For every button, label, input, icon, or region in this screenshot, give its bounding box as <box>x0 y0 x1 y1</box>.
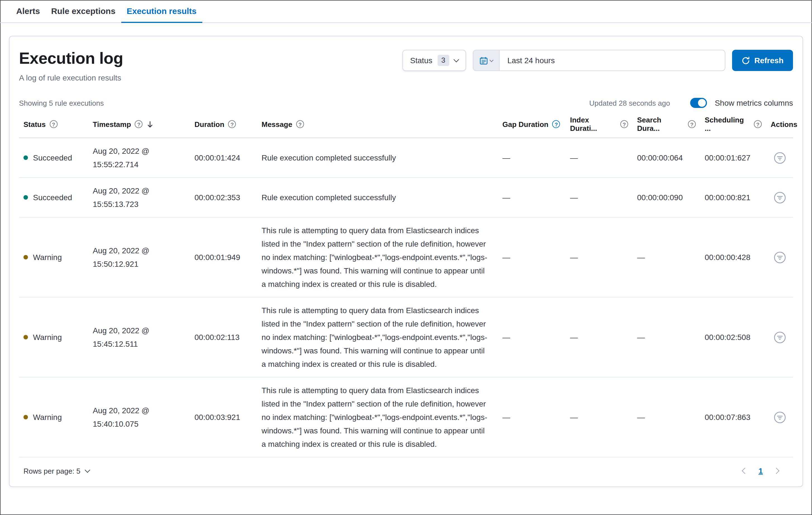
filter-circle-icon <box>774 411 785 423</box>
help-icon[interactable]: ? <box>620 120 628 128</box>
page-subtitle: A log of rule execution results <box>19 73 123 82</box>
table-row: Succeeded Aug 20, 2022 @ 15:55:13.723 00… <box>19 178 793 218</box>
column-header-label: Scheduling ... <box>705 116 750 133</box>
help-icon[interactable]: ? <box>135 120 143 128</box>
status-label: Succeeded <box>33 151 72 164</box>
table-row: Warning Aug 20, 2022 @ 15:40:10.075 00:0… <box>19 377 793 457</box>
table-row: Succeeded Aug 20, 2022 @ 15:55:22.714 00… <box>19 138 793 178</box>
date-picker: Last 24 hours <box>473 50 725 71</box>
help-icon[interactable]: ? <box>688 120 696 128</box>
app-window: Alerts Rule exceptions Execution results… <box>0 0 812 515</box>
date-range-value[interactable]: Last 24 hours <box>500 50 725 71</box>
column-header-message: Message ? <box>257 116 498 133</box>
status-dot-icon <box>24 156 28 160</box>
index-duration-cell: — <box>566 250 633 264</box>
filter-controls: Status 3 Last 24 hours <box>402 50 793 71</box>
scheduling-delay-cell: 00:00:07:863 <box>700 410 766 424</box>
timestamp-cell: Aug 20, 2022 @ 15:45:12.511 <box>88 324 190 351</box>
message-cell: This rule is attempting to query data fr… <box>257 304 498 371</box>
tab-label: Alerts <box>16 6 40 16</box>
column-header-gap-duration: Gap Duration ? <box>498 116 566 133</box>
filter-circle-icon <box>774 152 785 164</box>
actions-cell <box>766 151 793 165</box>
duration-cell: 00:00:01:424 <box>190 151 257 164</box>
row-actions-button[interactable] <box>773 250 787 264</box>
execution-log-panel: Execution log A log of rule execution re… <box>9 36 803 487</box>
help-icon[interactable]: ? <box>50 120 57 128</box>
gap-duration-cell: — <box>498 410 566 424</box>
tab-rule-exceptions[interactable]: Rule exceptions <box>46 0 121 23</box>
rows-per-page-label: Rows per page: 5 <box>24 467 81 475</box>
column-header-status: Status ? <box>19 116 88 133</box>
message-cell: Rule execution completed successfully <box>257 191 498 204</box>
search-duration-cell: 00:00:00:064 <box>633 151 700 164</box>
show-metrics-toggle-label[interactable]: Show metrics columns <box>715 99 793 107</box>
status-filter-label: Status <box>410 56 432 65</box>
status-cell: Warning <box>19 410 88 424</box>
gap-duration-cell: — <box>498 151 566 164</box>
timestamp-time: 15:50:12.921 <box>93 257 185 271</box>
chevron-down-icon <box>85 467 90 472</box>
status-filter-count-badge: 3 <box>437 55 449 66</box>
status-cell: Warning <box>19 330 88 344</box>
toggle-knob <box>698 99 706 107</box>
search-duration-cell: — <box>633 410 700 424</box>
column-header-label: Status <box>24 120 46 128</box>
tab-label: Rule exceptions <box>51 6 115 16</box>
scheduling-delay-cell: 00:00:01:627 <box>700 151 766 164</box>
actions-cell <box>766 250 793 264</box>
row-actions-button[interactable] <box>773 190 787 205</box>
status-cell: Warning <box>19 250 88 264</box>
table-meta-right: Updated 28 seconds ago Show metrics colu… <box>589 98 793 108</box>
column-header-label: Message <box>262 120 292 128</box>
timestamp-date: Aug 20, 2022 @ <box>93 144 185 158</box>
page-1-link[interactable]: 1 <box>758 466 763 475</box>
duration-cell: 00:00:02:353 <box>190 191 257 204</box>
help-icon[interactable]: ? <box>754 120 762 128</box>
column-header-timestamp[interactable]: Timestamp ? <box>88 116 190 133</box>
calendar-icon <box>480 56 488 64</box>
status-filter-button[interactable]: Status 3 <box>402 50 466 71</box>
row-actions-button[interactable] <box>773 151 787 165</box>
actions-cell <box>766 190 793 205</box>
timestamp-cell: Aug 20, 2022 @ 15:55:22.714 <box>88 144 190 171</box>
index-duration-cell: — <box>566 151 633 164</box>
column-header-actions: Actions <box>766 116 793 133</box>
execution-log-table: Status ? Timestamp ? Duration ? Message … <box>19 113 793 457</box>
row-actions-button[interactable] <box>773 330 787 344</box>
timestamp-time: 15:40:10.075 <box>93 417 185 431</box>
status-cell: Succeeded <box>19 151 88 164</box>
tab-bar: Alerts Rule exceptions Execution results <box>0 0 812 23</box>
date-picker-quick-menu-button[interactable] <box>473 50 500 71</box>
help-icon[interactable]: ? <box>296 120 304 128</box>
index-duration-cell: — <box>566 410 633 424</box>
timestamp-date: Aug 20, 2022 @ <box>93 244 185 257</box>
previous-page-icon[interactable] <box>742 468 748 474</box>
tab-execution-results[interactable]: Execution results <box>121 0 202 23</box>
filter-circle-icon <box>774 251 785 263</box>
refresh-button[interactable]: Refresh <box>732 50 793 71</box>
duration-cell: 00:00:02:113 <box>190 330 257 344</box>
row-actions-button[interactable] <box>773 410 787 424</box>
index-duration-cell: — <box>566 330 633 344</box>
timestamp-time: 15:55:22.714 <box>93 158 185 171</box>
show-metrics-toggle[interactable] <box>690 98 707 108</box>
next-page-icon[interactable] <box>773 468 780 474</box>
timestamp-cell: Aug 20, 2022 @ 15:50:12.921 <box>88 244 190 271</box>
search-duration-cell: — <box>633 250 700 264</box>
column-header-duration: Duration ? <box>190 116 257 133</box>
chevron-down-icon <box>454 56 459 62</box>
message-cell: This rule is attempting to query data fr… <box>257 384 498 451</box>
refresh-icon <box>742 56 750 64</box>
filter-circle-icon <box>774 331 785 343</box>
tab-alerts[interactable]: Alerts <box>10 0 46 23</box>
column-header-index-durati: Index Durati... ? <box>566 116 633 133</box>
help-icon[interactable]: ? <box>552 120 560 128</box>
status-label: Succeeded <box>33 191 72 204</box>
actions-cell <box>766 410 793 424</box>
timestamp-date: Aug 20, 2022 @ <box>93 324 185 337</box>
chevron-down-icon <box>490 58 493 62</box>
search-duration-cell: 00:00:00:090 <box>633 191 700 204</box>
rows-per-page-button[interactable]: Rows per page: 5 <box>24 467 89 475</box>
help-icon[interactable]: ? <box>228 120 236 128</box>
